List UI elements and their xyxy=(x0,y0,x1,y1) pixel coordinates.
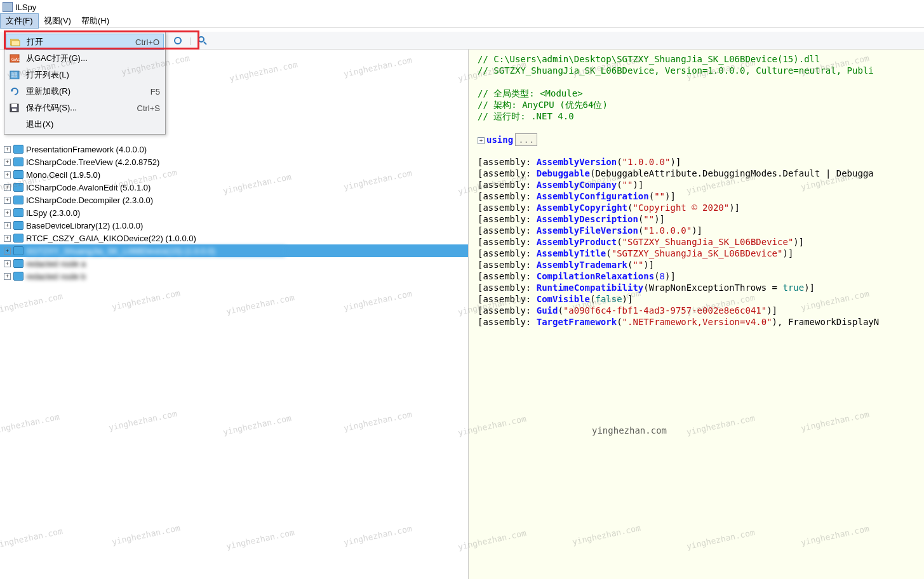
tree-node[interactable]: +ICSharpCode.Decompiler (2.3.0.0) xyxy=(0,194,468,206)
code-comment-line xyxy=(478,76,924,88)
save-icon xyxy=(6,103,23,112)
app-icon xyxy=(3,2,13,12)
nav-icon[interactable] xyxy=(171,34,184,47)
tree-node[interactable]: +RTCF_CSZY_GAIA_KIKODevice(22) (1.0.0.0) xyxy=(0,232,468,244)
expand-icon[interactable]: + xyxy=(4,184,11,191)
tree-node-label: BaseDeviceLibrary(12) (1.0.0.0) xyxy=(26,221,143,230)
tree-node-label: ILSpy (2.3.0.0) xyxy=(26,208,80,218)
file-menu-open-list[interactable]: 打开列表(L) xyxy=(6,67,164,83)
file-menu-save-label: 保存代码(S)... xyxy=(23,102,137,114)
expand-icon[interactable]: + xyxy=(4,197,11,204)
code-attribute-line: [assembly: TargetFramework(".NETFramewor… xyxy=(478,316,924,328)
menubar: 文件(F) 视图(V) 帮助(H) xyxy=(0,14,924,28)
assembly-icon xyxy=(13,259,23,268)
expand-icon[interactable]: + xyxy=(4,273,11,280)
code-comment-line: // 架构: AnyCPU (优先64位) xyxy=(478,99,924,110)
assembly-icon xyxy=(13,272,23,281)
assembly-icon xyxy=(13,157,23,166)
assembly-icon xyxy=(13,234,23,243)
file-menu-open-gac-label: 从GAC打开(G)... xyxy=(23,53,160,64)
tree-node-label: ICSharpCode.TreeView (4.2.0.8752) xyxy=(26,157,159,167)
tree-node-label: RTCF_CSZY_GAIA_KIKODevice(22) (1.0.0.0) xyxy=(26,234,196,243)
code-comment-line: // 运行时: .NET 4.0 xyxy=(478,110,924,122)
code-blank-line xyxy=(478,122,924,133)
titlebar: ILSpy xyxy=(0,0,924,14)
file-menu-save-shortcut: Ctrl+S xyxy=(137,103,160,113)
tree-node-label: Mono.Cecil (1.9.5.0) xyxy=(26,170,100,180)
gac-icon: GAC xyxy=(6,54,23,63)
fold-ellipsis[interactable]: ... xyxy=(515,133,537,146)
code-attribute-line: [assembly: Debuggable(DebuggableAttribut… xyxy=(478,168,924,179)
expand-icon[interactable]: + xyxy=(4,235,11,242)
code-attribute-line: [assembly: RuntimeCompatibility(WrapNonE… xyxy=(478,282,924,293)
svg-point-1 xyxy=(199,37,204,42)
code-comment-line: // C:\Users\admin\Desktop\SGTZXY_ShuangJ… xyxy=(478,53,924,65)
expand-icon[interactable]: + xyxy=(4,146,11,153)
assembly-icon xyxy=(13,196,23,204)
code-attribute-line: [assembly: AssemblyTrademark("")] xyxy=(478,259,924,270)
tree-node-label: redacted node a xyxy=(26,259,86,269)
tree-node[interactable]: +SGTZXY_ShuangJia_SK_L06BDevice(15) (1.0… xyxy=(0,244,468,257)
tree-node[interactable]: +redacted node a xyxy=(0,257,468,270)
tree-node[interactable]: +ILSpy (2.3.0.0) xyxy=(0,206,468,219)
code-attribute-line: [assembly: Guid("a090f6c4-fbf1-4ad3-9757… xyxy=(478,305,924,316)
file-menu: 打开 Ctrl+O GAC 从GAC打开(G)... 打开列表(L) 重新加载(… xyxy=(4,32,166,135)
code-view[interactable]: // C:\Users\admin\Desktop\SGTZXY_ShuangJ… xyxy=(469,50,924,579)
code-blank-line xyxy=(478,145,924,156)
file-menu-reload-shortcut: F5 xyxy=(151,87,160,96)
code-comment-line: // 全局类型: <Module> xyxy=(478,88,924,99)
tree-node-label: ICSharpCode.AvalonEdit (5.0.1.0) xyxy=(26,183,151,192)
tree-node-label: redacted node b xyxy=(26,272,86,281)
file-menu-open[interactable]: 打开 Ctrl+O xyxy=(6,34,164,50)
code-attribute-line: [assembly: AssemblyCopyright("Copyright … xyxy=(478,202,924,213)
list-open-icon xyxy=(6,70,23,79)
search-icon[interactable] xyxy=(196,34,209,47)
expand-icon[interactable]: + xyxy=(4,159,11,166)
tree-node[interactable]: +redacted node b xyxy=(0,270,468,283)
expand-icon[interactable]: + xyxy=(4,222,11,229)
code-attribute-line: [assembly: AssemblyCompany("")] xyxy=(478,179,924,190)
menubar-help[interactable]: 帮助(H) xyxy=(76,14,114,28)
app-title: ILSpy xyxy=(15,3,36,12)
refresh-icon xyxy=(6,87,23,96)
assembly-icon xyxy=(13,208,23,217)
code-attribute-line: [assembly: AssemblyFileVersion("1.0.0.0"… xyxy=(478,225,924,236)
assembly-icon xyxy=(13,145,23,154)
code-comment-line: // SGTZXY_ShuangJia_SK_L06BDevice, Versi… xyxy=(478,65,924,76)
expand-icon[interactable]: + xyxy=(4,210,11,216)
folder-open-icon xyxy=(6,37,24,46)
file-menu-exit-label: 退出(X) xyxy=(23,119,160,130)
menubar-file[interactable]: 文件(F) xyxy=(0,13,39,29)
tree-node[interactable]: +ICSharpCode.AvalonEdit (5.0.1.0) xyxy=(0,181,468,194)
fold-icon[interactable]: + xyxy=(478,137,485,144)
expand-icon[interactable]: + xyxy=(4,260,11,267)
svg-rect-4 xyxy=(11,41,20,46)
code-attribute-line: [assembly: AssemblyTitle("SGTZXY_ShuangJ… xyxy=(478,248,924,259)
file-menu-open-list-label: 打开列表(L) xyxy=(23,69,160,81)
tree-node[interactable]: +Mono.Cecil (1.9.5.0) xyxy=(0,168,468,181)
file-menu-open-label: 打开 xyxy=(24,36,135,48)
assembly-icon xyxy=(13,246,23,255)
code-attribute-line: [assembly: AssemblyDescription("")] xyxy=(478,213,924,225)
toolbar-sep: | xyxy=(189,36,191,45)
svg-rect-13 xyxy=(11,104,17,107)
expand-icon[interactable]: + xyxy=(4,248,11,255)
expand-icon[interactable]: + xyxy=(4,171,11,178)
svg-text:GAC: GAC xyxy=(11,57,20,62)
file-menu-exit[interactable]: 退出(X) xyxy=(6,116,164,133)
file-menu-reload-label: 重新加载(R) xyxy=(23,86,151,97)
assembly-icon xyxy=(13,221,23,230)
menubar-view[interactable]: 视图(V) xyxy=(39,14,76,28)
file-menu-save[interactable]: 保存代码(S)... Ctrl+S xyxy=(6,100,164,116)
tree-node[interactable]: +PresentationFramework (4.0.0.0) xyxy=(0,143,468,156)
code-attribute-line: [assembly: ComVisible(false)] xyxy=(478,293,924,305)
code-using-line: +using... xyxy=(478,133,924,145)
code-attribute-line: [assembly: AssemblyProduct("SGTZXY_Shuan… xyxy=(478,236,924,248)
tree-node[interactable]: +ICSharpCode.TreeView (4.2.0.8752) xyxy=(0,156,468,168)
file-menu-reload[interactable]: 重新加载(R) F5 xyxy=(6,83,164,100)
file-menu-open-shortcut: Ctrl+O xyxy=(135,37,159,47)
assembly-icon xyxy=(13,170,23,179)
file-menu-open-gac[interactable]: GAC 从GAC打开(G)... xyxy=(6,50,164,67)
tree-node[interactable]: +BaseDeviceLibrary(12) (1.0.0.0) xyxy=(0,219,468,232)
assembly-icon xyxy=(13,183,23,192)
